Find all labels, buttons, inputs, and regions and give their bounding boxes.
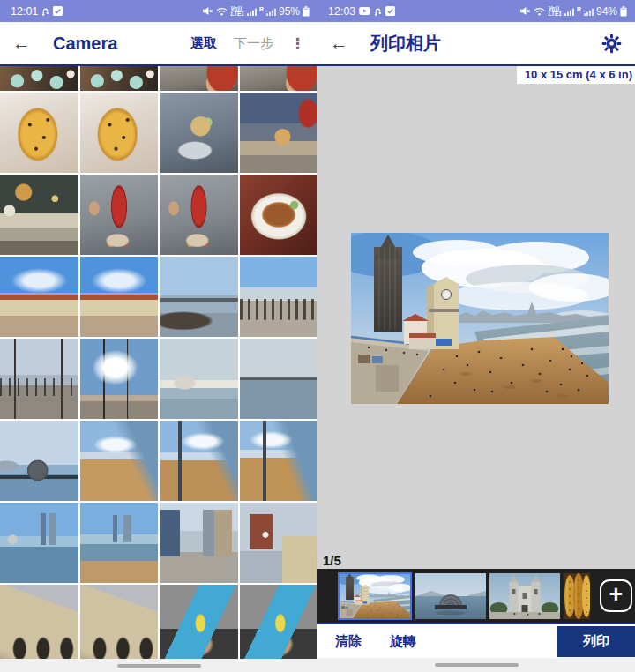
photo-thumbnail[interactable] xyxy=(240,257,318,337)
print-queue-thumbnail[interactable] xyxy=(564,573,590,619)
page-title: 列印相片 xyxy=(370,32,441,56)
photo-thumbnail[interactable] xyxy=(240,93,318,173)
album-title: Camera xyxy=(53,34,117,54)
signal2-icon xyxy=(584,7,594,16)
photo-thumbnail[interactable] xyxy=(0,66,78,91)
home-indicator[interactable] xyxy=(435,663,519,667)
print-preview-area: 10 x 15 cm (4 x 6 in) 1/5 xyxy=(318,66,635,569)
photo-thumbnail[interactable] xyxy=(0,503,78,583)
photo-thumbnail[interactable] xyxy=(160,585,238,659)
signal2-icon xyxy=(266,7,276,16)
photo-thumbnail[interactable] xyxy=(0,585,78,659)
volte-indicator: Vo))LTE1 xyxy=(230,6,243,17)
youtube-icon xyxy=(359,7,370,15)
photo-thumbnail[interactable] xyxy=(80,93,159,173)
photo-thumbnail[interactable] xyxy=(80,257,159,337)
photo-thumbnail[interactable] xyxy=(80,421,159,501)
print-screen: 12:03 Vo))LTE1 R 94% ← 列印相片 xyxy=(318,0,635,672)
clock: 12:01 xyxy=(11,5,38,18)
gear-icon[interactable] xyxy=(601,33,623,55)
photo-thumbnail[interactable] xyxy=(240,66,318,91)
back-icon[interactable]: ← xyxy=(12,33,39,54)
battery-percent: 94% xyxy=(596,5,617,18)
photo-thumbnail[interactable] xyxy=(160,503,238,583)
add-photo-button[interactable]: + xyxy=(600,579,632,612)
photo-thumbnail[interactable] xyxy=(160,175,238,255)
photo-thumbnail[interactable] xyxy=(0,93,78,173)
photo-thumbnail[interactable] xyxy=(80,503,159,583)
photo-thumbnail[interactable] xyxy=(240,585,318,659)
photo-thumbnail[interactable] xyxy=(0,339,78,419)
gallery-screen: 12:01 Vo))LTE1 R 95% ← Camera 選取 下一步 ⋮ xyxy=(0,0,318,672)
home-indicator[interactable] xyxy=(117,664,201,668)
photo-thumbnail[interactable] xyxy=(240,175,318,255)
roaming-indicator: R xyxy=(259,6,264,12)
photo-thumbnail[interactable] xyxy=(80,175,159,255)
page-counter: 1/5 xyxy=(323,553,341,568)
cable-icon xyxy=(41,6,49,16)
checkbox-icon xyxy=(385,6,395,16)
print-preview-photo[interactable] xyxy=(351,233,609,404)
photo-thumbnail[interactable] xyxy=(160,93,238,173)
rotate-button[interactable]: 旋轉 xyxy=(390,633,416,650)
battery-icon xyxy=(303,6,310,17)
print-queue-thumbnail[interactable] xyxy=(415,573,486,619)
volte-indicator: Vo))LTE1 xyxy=(548,6,561,17)
select-button[interactable]: 選取 xyxy=(190,35,217,52)
clear-button[interactable]: 清除 xyxy=(335,633,362,650)
status-bar-right: 12:03 Vo))LTE1 R 94% xyxy=(318,0,635,22)
battery-percent: 95% xyxy=(279,5,300,18)
print-queue-thumbnail[interactable] xyxy=(338,572,412,620)
photo-thumbnail[interactable] xyxy=(240,421,318,501)
mute-icon xyxy=(202,6,213,16)
mute-icon xyxy=(519,6,531,16)
photo-thumbnail[interactable] xyxy=(80,585,159,659)
overflow-menu-icon[interactable]: ⋮ xyxy=(290,34,305,53)
status-bar-left: 12:01 Vo))LTE1 R 95% xyxy=(0,0,318,22)
photo-thumbnail[interactable] xyxy=(160,421,238,501)
back-icon[interactable]: ← xyxy=(330,33,356,54)
photo-grid xyxy=(0,66,318,659)
dual-screenshot: 12:01 Vo))LTE1 R 95% ← Camera 選取 下一步 ⋮ xyxy=(0,0,635,672)
paper-size-label: 10 x 15 cm (4 x 6 in) xyxy=(517,66,635,84)
print-action-bar: 清除 旋轉 列印 xyxy=(318,623,635,658)
cable-icon xyxy=(374,6,382,16)
thumb-list xyxy=(338,572,590,620)
photo-thumbnail[interactable] xyxy=(0,257,78,337)
photo-thumbnail[interactable] xyxy=(160,66,238,91)
app-bar-left: ← Camera 選取 下一步 ⋮ xyxy=(0,22,318,66)
photo-thumbnail[interactable] xyxy=(240,339,318,419)
gesture-strip-left xyxy=(0,659,318,672)
app-bar-right: ← 列印相片 xyxy=(318,22,635,66)
signal-icon xyxy=(564,7,574,16)
roaming-indicator: R xyxy=(577,6,581,12)
checkbox-icon xyxy=(53,6,63,16)
photo-thumbnail[interactable] xyxy=(0,421,78,501)
clock: 12:03 xyxy=(328,5,355,18)
print-button[interactable]: 列印 xyxy=(557,626,635,657)
photo-thumbnail[interactable] xyxy=(160,339,238,419)
photo-thumbnail[interactable] xyxy=(160,257,238,337)
print-queue-rail: + xyxy=(318,569,635,623)
photo-thumbnail[interactable] xyxy=(80,339,159,419)
print-queue-thumbnail[interactable] xyxy=(489,573,560,619)
wifi-icon xyxy=(216,7,228,16)
photo-thumbnail[interactable] xyxy=(0,175,78,255)
wifi-icon xyxy=(534,7,545,16)
next-button[interactable]: 下一步 xyxy=(234,35,273,52)
photo-thumbnail[interactable] xyxy=(80,66,159,91)
photo-thumbnail[interactable] xyxy=(240,503,318,583)
battery-icon xyxy=(620,6,627,17)
signal-icon xyxy=(247,7,257,16)
gesture-strip-right xyxy=(318,658,635,672)
